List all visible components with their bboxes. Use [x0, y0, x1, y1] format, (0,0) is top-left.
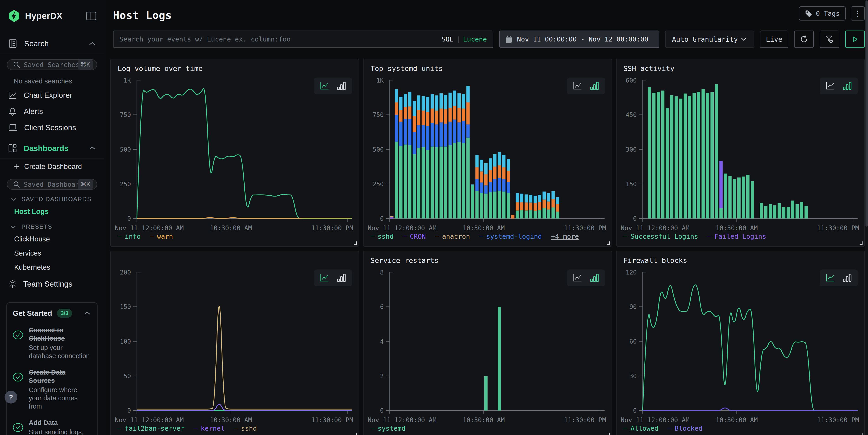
- line-chart-toggle-icon[interactable]: [572, 81, 583, 91]
- card-resize-handle[interactable]: [607, 433, 610, 435]
- line-chart-toggle-icon[interactable]: [825, 273, 836, 283]
- line-chart-toggle-icon[interactable]: [319, 81, 330, 91]
- svg-text:0: 0: [633, 407, 637, 414]
- legend-item: —systemd-logind: [479, 232, 542, 240]
- legend-swatch: —: [668, 425, 671, 432]
- sql-mode-toggle[interactable]: SQL: [441, 35, 454, 43]
- card-resize-handle[interactable]: [607, 242, 610, 245]
- event-search-input[interactable]: [119, 35, 441, 43]
- event-search-box[interactable]: SQL|Lucene: [113, 31, 493, 48]
- live-button[interactable]: Live: [760, 31, 788, 48]
- create-dashboard-button[interactable]: Create Dashboard: [0, 159, 104, 174]
- svg-text:11:30:00 PM: 11:30:00 PM: [564, 416, 606, 424]
- svg-text:11:30:00 PM: 11:30:00 PM: [311, 416, 353, 424]
- svg-text:100: 100: [120, 338, 131, 345]
- sidebar-item-kubernetes[interactable]: Kubernetes: [0, 260, 104, 275]
- svg-text:Nov 11 12:00:00 AM: Nov 11 12:00:00 AM: [368, 224, 436, 232]
- sidebar-item-team-settings[interactable]: Team Settings: [0, 275, 104, 293]
- svg-text:150: 150: [120, 303, 131, 310]
- svg-text:0: 0: [380, 215, 384, 222]
- sidebar-item-chart-explorer[interactable]: Chart Explorer: [0, 87, 104, 103]
- refresh-button[interactable]: [794, 31, 814, 48]
- lucene-mode-toggle[interactable]: Lucene: [463, 35, 487, 43]
- line-chart-toggle-icon[interactable]: [825, 81, 836, 91]
- dashboard-menu-button[interactable]: ⋮: [851, 6, 865, 21]
- svg-text:Nov 11 12:00:00 AM: Nov 11 12:00:00 AM: [368, 416, 436, 424]
- chart-legend: —Successful Logins—Failed Logins: [623, 232, 766, 240]
- sidebar-item-alerts[interactable]: Alerts: [0, 103, 104, 120]
- get-started-progress-badge: 3/3: [57, 309, 72, 318]
- svg-text:600: 600: [626, 77, 637, 84]
- chevron-up-icon[interactable]: [84, 311, 91, 316]
- get-started-step[interactable]: Add Data Start sending logs, metrics, or…: [13, 418, 91, 435]
- sidebar-item-dashboards[interactable]: Dashboards: [0, 138, 104, 158]
- legend-label: systemd: [378, 425, 405, 432]
- card-resize-handle[interactable]: [860, 433, 863, 435]
- search-icon: [13, 181, 21, 188]
- presets-section-header[interactable]: PRESETS: [0, 219, 104, 232]
- card-resize-handle[interactable]: [354, 242, 357, 245]
- filter-button[interactable]: [820, 31, 839, 48]
- scrollbar[interactable]: [865, 0, 868, 435]
- legend-swatch: —: [193, 425, 197, 432]
- saved-dashboards-section-header[interactable]: SAVED DASHBOARDS: [0, 191, 104, 205]
- saved-dashboards-input[interactable]: [24, 181, 78, 188]
- date-range-value: Nov 11 00:00:00 - Nov 12 00:00:00: [517, 35, 648, 43]
- bar-chart-toggle-icon[interactable]: [590, 273, 600, 283]
- get-started-step[interactable]: Connect to ClickHouse Set up your databa…: [13, 326, 91, 360]
- gear-icon: [8, 279, 17, 289]
- saved-searches-input[interactable]: [24, 61, 78, 69]
- line-chart-toggle-icon[interactable]: [572, 273, 583, 283]
- card-resize-handle[interactable]: [860, 242, 863, 245]
- shortcut-badge: ⌘K: [78, 180, 93, 189]
- legend-label: sshd: [378, 232, 394, 240]
- saved-searches-searchbox[interactable]: ⌘K: [7, 59, 97, 70]
- run-query-button[interactable]: [845, 31, 865, 48]
- no-saved-searches-text: No saved searches: [0, 71, 104, 87]
- collapse-sidebar-icon[interactable]: [85, 11, 97, 21]
- get-started-step[interactable]: Create Data Sources Configure where your…: [13, 368, 91, 410]
- tags-button[interactable]: 0 Tags: [799, 6, 846, 21]
- svg-text:Nov 11 12:00:00 AM: Nov 11 12:00:00 AM: [621, 416, 689, 424]
- svg-text:0: 0: [127, 215, 131, 222]
- chevron-down-icon: [740, 37, 747, 41]
- bar-chart-toggle-icon[interactable]: [842, 273, 852, 283]
- sidebar-item-services[interactable]: Services: [0, 246, 104, 260]
- chart-legend: —sshd—CRON—anacron—systemd-logind+4 more: [370, 232, 579, 240]
- bar-chart-toggle-icon[interactable]: [842, 81, 852, 91]
- check-circle-icon: [13, 372, 23, 382]
- legend-more-link[interactable]: +4 more: [551, 232, 579, 240]
- section-label: SAVED DASHBOARDS: [22, 196, 91, 203]
- granularity-value: Auto Granularity: [672, 35, 738, 43]
- svg-text:1K: 1K: [377, 77, 384, 84]
- chevron-up-icon: [88, 41, 96, 46]
- sidebar-item-label: Search: [24, 39, 88, 48]
- legend-swatch: —: [403, 232, 407, 240]
- sidebar-item-host-logs[interactable]: Host Logs: [0, 205, 104, 219]
- bar-chart-toggle-icon[interactable]: [590, 81, 600, 91]
- saved-dashboards-searchbox[interactable]: ⌘K: [7, 179, 97, 190]
- tag-icon: [805, 10, 812, 17]
- chevron-down-icon: [10, 197, 17, 201]
- step-title: Add Data: [29, 418, 91, 427]
- bar-chart-toggle-icon[interactable]: [337, 81, 347, 91]
- sidebar-item-clickhouse[interactable]: ClickHouse: [0, 232, 104, 246]
- sidebar-item-search[interactable]: Search: [0, 33, 104, 54]
- card-resize-handle[interactable]: [354, 433, 357, 435]
- date-range-picker[interactable]: Nov 11 00:00:00 - Nov 12 00:00:00: [499, 31, 659, 48]
- legend-item: —systemd: [370, 425, 405, 432]
- svg-text:0: 0: [380, 407, 384, 414]
- bar-chart-toggle-icon[interactable]: [337, 273, 347, 283]
- svg-text:6: 6: [380, 303, 384, 310]
- shortcut-badge: ⌘K: [78, 60, 93, 69]
- chart-card-service-restarts: Service restarts86420Nov 11 12:00:00 AM1…: [363, 251, 612, 435]
- scrollbar-thumb[interactable]: [866, 0, 868, 227]
- sidebar-item-client-sessions[interactable]: Client Sessions: [0, 120, 104, 136]
- svg-text:10:30:00 AM: 10:30:00 AM: [210, 416, 252, 424]
- granularity-select[interactable]: Auto Granularity: [665, 31, 754, 48]
- filter-edit-icon: [825, 34, 834, 44]
- line-chart-toggle-icon[interactable]: [319, 273, 330, 283]
- sidebar-item-label: Chart Explorer: [24, 91, 72, 100]
- chart-type-toggle: [314, 270, 352, 286]
- help-button[interactable]: ?: [5, 391, 17, 404]
